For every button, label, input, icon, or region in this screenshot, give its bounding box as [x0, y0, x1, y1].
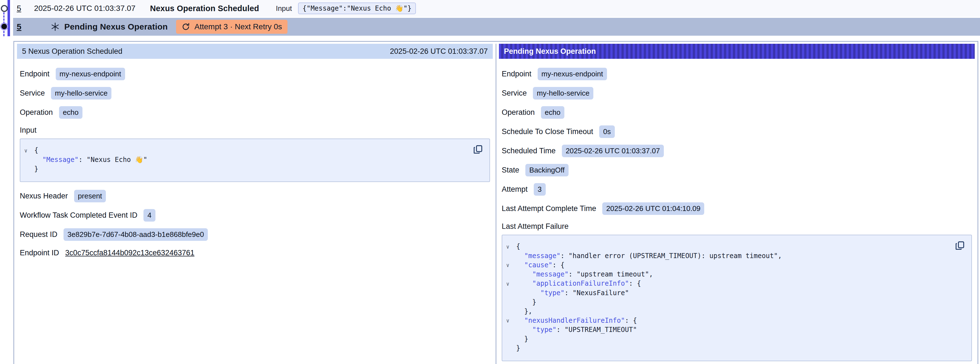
field-label: Service — [20, 89, 45, 97]
field-value-badge: my-hello-service — [533, 87, 593, 99]
field-label: Endpoint — [502, 70, 531, 78]
field-schedule-to-close-timeout: Schedule To Close Timeout0s — [502, 125, 972, 138]
scheduled-panel-title: 5 Nexus Operation Scheduled — [22, 47, 122, 56]
copy-icon — [955, 240, 965, 251]
field-workflow-task-completed-event-id: Workflow Task Completed Event ID4 — [20, 209, 490, 222]
json-text: : "upstream timeout", — [568, 270, 653, 278]
retry-badge: Attempt 3 · Next Retry 0s — [176, 20, 288, 34]
json-line: ∨{ — [506, 242, 949, 251]
input-preview-badge: {"Message":"Nexus Echo 👋"} — [298, 3, 416, 14]
json-text — [34, 156, 42, 164]
field-value-badge: 0s — [599, 125, 614, 138]
field-label: Endpoint — [20, 70, 49, 78]
json-text: } — [516, 298, 536, 306]
field-value-badge: my-nexus-endpoint — [56, 68, 125, 80]
json-line: "Message": "Nexus Echo 👋" — [24, 155, 467, 164]
event-detail-panels: 5 Nexus Operation Scheduled 2025-02-26 U… — [13, 41, 978, 364]
field-label: Attempt — [502, 185, 528, 194]
field-value-badge: present — [74, 190, 106, 202]
json-text: : "handler error (UPSTREAM_TIMEOUT): ups… — [560, 252, 782, 260]
copy-button[interactable] — [473, 144, 483, 155]
endpoint-id-link[interactable]: 3c0c75ccfa8144b092c13ce632463761 — [65, 249, 194, 257]
field-value-badge: 2025-02-26 UTC 01:04:10.09 — [602, 202, 704, 215]
field-value-badge: echo — [541, 106, 565, 119]
json-text: : { — [629, 279, 641, 287]
json-key: "Message" — [42, 156, 78, 164]
retry-icon — [181, 22, 190, 31]
json-text — [516, 326, 532, 334]
field-service: Servicemy-hello-service — [502, 87, 972, 99]
pending-panel-title: Pending Nexus Operation — [504, 47, 596, 56]
json-key: "message" — [524, 252, 560, 260]
field-label: Operation — [20, 108, 53, 117]
nexus-asterisk-icon — [51, 22, 60, 32]
input-json-lines: ∨{ "Message": "Nexus Echo 👋"} — [24, 146, 467, 174]
pending-panel-header: Pending Nexus Operation — [499, 44, 975, 59]
event-id-link[interactable]: 5 — [17, 22, 21, 32]
collapse-chevron-icon[interactable]: ∨ — [506, 316, 516, 325]
pending-fields-top: Endpointmy-nexus-endpointServicemy-hello… — [502, 68, 972, 215]
json-line: "message": "upstream timeout", — [506, 270, 949, 279]
event-row-pending-nexus-operation[interactable]: 5 Pending Nexus Operation Attempt 3 · Ne… — [13, 18, 980, 36]
input-section-label: Input — [20, 126, 490, 135]
event-node-open-circle-icon — [1, 5, 8, 12]
json-text: } — [516, 344, 520, 352]
event-id-link[interactable]: 5 — [17, 4, 21, 13]
json-text: : { — [625, 317, 637, 324]
field-value-badge: my-nexus-endpoint — [538, 68, 607, 80]
collapse-chevron-icon[interactable]: ∨ — [506, 279, 516, 289]
input-label: Input — [276, 4, 292, 13]
field-value-badge: 3 — [534, 183, 546, 196]
json-key: "message" — [532, 270, 568, 278]
json-text: { — [516, 243, 520, 250]
collapse-chevron-icon[interactable]: ∨ — [24, 146, 34, 155]
json-text — [516, 270, 532, 278]
json-text — [516, 279, 532, 287]
collapse-chevron-icon[interactable]: ∨ — [506, 242, 516, 251]
json-text: } — [516, 335, 528, 343]
field-label: Last Attempt Complete Time — [502, 204, 596, 213]
input-json-viewer: ∨{ "Message": "Nexus Echo 👋"} — [20, 139, 490, 182]
json-line: ∨ "cause": { — [506, 260, 949, 270]
json-line: "type": "NexusFailure" — [506, 289, 949, 298]
copy-button[interactable] — [955, 240, 965, 251]
json-text: : "NexusFailure" — [565, 289, 629, 297]
json-line: } — [506, 298, 949, 307]
field-value-badge: BackingOff — [525, 164, 568, 176]
json-text — [516, 289, 541, 297]
field-scheduled-time: Scheduled Time2025-02-26 UTC 01:03:37.07 — [502, 145, 972, 157]
field-endpoint: Endpointmy-nexus-endpoint — [502, 68, 972, 80]
field-value-badge: echo — [59, 106, 83, 119]
field-request-id: Request ID3e829b7e-7d67-4b08-aad3-b1e868… — [20, 228, 490, 241]
field-label: Request ID — [20, 230, 57, 239]
json-text: : "Nexus Echo 👋" — [78, 156, 147, 164]
event-name: Nexus Operation Scheduled — [150, 4, 259, 13]
field-endpoint-id: Endpoint ID 3c0c75ccfa8144b092c13ce63246… — [20, 247, 490, 259]
field-service: Servicemy-hello-service — [20, 87, 490, 99]
scheduled-panel-header: 5 Nexus Operation Scheduled 2025-02-26 U… — [17, 44, 493, 59]
json-line: }, — [506, 307, 949, 316]
failure-json-viewer: ∨{ "message": "handler error (UPSTREAM_T… — [502, 235, 972, 361]
json-text — [516, 317, 524, 324]
field-label: Endpoint ID — [20, 249, 59, 257]
field-label: State — [502, 166, 519, 174]
json-line: "type": "UPSTREAM_TIMEOUT" — [506, 325, 949, 334]
field-value-badge: 2025-02-26 UTC 01:03:37.07 — [562, 145, 664, 157]
json-text: { — [34, 146, 38, 154]
timeline-active-bar — [8, 0, 10, 36]
field-label: Schedule To Close Timeout — [502, 128, 593, 136]
retry-badge-label: Attempt 3 · Next Retry 0s — [194, 22, 282, 31]
scheduled-panel-body: Endpointmy-nexus-endpointServicemy-hello… — [17, 59, 493, 268]
json-line: ∨{ — [24, 146, 467, 155]
json-line: "message": "handler error (UPSTREAM_TIME… — [506, 251, 949, 260]
pending-operation-panel: Pending Nexus Operation Endpointmy-nexus… — [496, 44, 975, 364]
scheduled-fields-bottom: Nexus HeaderpresentWorkflow Task Complet… — [20, 190, 490, 241]
json-text — [516, 261, 524, 269]
json-key: "type" — [541, 289, 565, 297]
event-row-nexus-operation-scheduled[interactable]: 5 2025-02-26 UTC 01:03:37.07 Nexus Opera… — [13, 0, 980, 17]
collapse-chevron-icon[interactable]: ∨ — [506, 260, 516, 270]
json-line: } — [506, 344, 949, 353]
field-label: Workflow Task Completed Event ID — [20, 211, 137, 220]
json-key: "applicationFailureInfo" — [532, 279, 629, 287]
pending-operation-title: Pending Nexus Operation — [64, 22, 168, 32]
